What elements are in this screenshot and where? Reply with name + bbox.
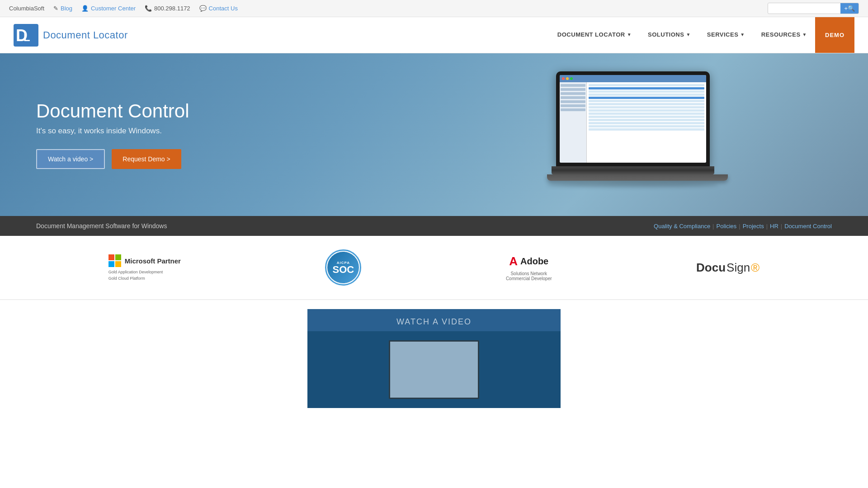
sidebar-item-6 [561,104,585,107]
ms-square-green [115,254,121,260]
logo-link[interactable]: D L Document Locator [14,24,128,47]
screen-row-12 [589,119,704,121]
demo-button[interactable]: DEMO [815,17,854,53]
search-box[interactable]: +🔍 [768,3,859,14]
screen-row-10 [589,113,704,115]
separator-2: | [739,223,740,230]
hero-subtitle: It's so easy, it works inside Windows. [36,127,434,136]
chevron-down-icon: ▼ [686,32,690,37]
watch-video-button[interactable]: Watch a video > [36,149,105,169]
header: D L Document Locator DOCUMENT LOCATOR ▼ … [0,17,868,53]
aicpa-ring: AICPA SOC [325,249,361,286]
contact-link[interactable]: 💬 Contact Us [199,5,238,12]
topbar-right: +🔍 [768,3,859,14]
request-demo-button[interactable]: Request Demo > [112,149,181,169]
docusign-logo: DocuSign® [696,261,760,275]
phone-icon: 📞 [145,5,152,12]
soc-text: SOC [333,265,354,275]
brand-text: ColumbiaSoft [9,5,44,12]
link-quality-compliance[interactable]: Quality & Compliance [654,223,710,230]
video-overlay [307,331,561,408]
laptop-base [552,166,714,174]
ms-square-yellow [115,261,121,267]
docu-suffix: ® [751,261,760,275]
blog-link[interactable]: ✎ Blog [53,5,72,12]
request-demo-label: Request Demo > [123,155,170,163]
screen-row-1 [589,84,704,86]
nav-label-solutions: SOLUTIONS [648,31,684,38]
screen-row-2 [589,87,704,89]
topbar-left: ColumbiaSoft ✎ Blog 👤 Customer Center 📞 … [9,5,238,12]
partners-section: Microsoft Partner Gold Application Devel… [0,236,868,300]
customer-center-link[interactable]: 👤 Customer Center [81,5,136,12]
screen-row-9 [589,109,704,112]
ms-square-red [108,254,114,260]
sidebar-item-1 [561,84,585,87]
chat-icon: 💬 [199,5,207,12]
screen-content [560,82,706,163]
screen-row-6 [589,100,704,102]
link-document-control[interactable]: Document Control [784,223,832,230]
screen-row-8 [589,106,704,108]
laptop-screen-outer [556,71,710,166]
ms-logo-row: Microsoft Partner [108,254,181,267]
watch-video-label: Watch a video > [48,155,93,163]
docu-part1: Docu [696,261,726,275]
nav-item-resources[interactable]: RESOURCES ▼ [753,17,815,53]
bottom-bar-tagline: Document Management Software for Windows [36,222,167,230]
sidebar-item-3 [561,92,585,95]
laptop-bottom [547,174,728,181]
blog-label[interactable]: Blog [61,5,72,12]
hero-title: Document Control [36,100,434,122]
separator-4: | [781,223,782,230]
adobe-logo: A Adobe Solutions Network Commercial Dev… [506,254,552,281]
hero-content: Document Control It's so easy, it works … [36,100,434,169]
screen-row-7 [589,103,704,105]
tagline-text: Document Management Software for Windows [36,222,167,230]
video-title: WATCH A VIDEO [307,309,561,331]
screen-row-14 [589,125,704,127]
screen-row-5 [589,97,704,99]
screen-row-3 [589,90,704,93]
link-projects[interactable]: Projects [743,223,764,230]
link-policies[interactable]: Policies [717,223,737,230]
sidebar-item-2 [561,88,585,91]
chevron-down-icon: ▼ [740,32,745,37]
bottom-bar-links: Quality & Compliance | Policies | Projec… [654,223,832,230]
bottom-bar: Document Management Software for Windows… [0,216,868,236]
adobe-icon: A [509,254,518,268]
link-hr[interactable]: HR [770,223,778,230]
ms-sub2: Gold Cloud Platform [108,276,145,281]
sidebar-item-4 [561,96,585,99]
nav-item-solutions[interactable]: SOLUTIONS ▼ [640,17,699,53]
search-button[interactable]: +🔍 [840,3,859,14]
microsoft-partner-logo: Microsoft Partner Gold Application Devel… [108,254,181,281]
topbar: ColumbiaSoft ✎ Blog 👤 Customer Center 📞 … [0,0,868,17]
ms-sub1: Gold Application Development [108,270,163,274]
laptop-illustration [547,71,719,198]
nav-label-services: SERVICES [707,31,739,38]
nav-item-services[interactable]: SERVICES ▼ [699,17,753,53]
ms-squares-icon [108,254,121,267]
video-container[interactable]: WATCH A VIDEO [307,309,561,408]
svg-text:L: L [24,31,30,43]
demo-label: DEMO [825,32,844,38]
laptop-screen [560,75,706,163]
contact-label[interactable]: Contact Us [209,5,238,12]
video-preview[interactable] [307,331,561,408]
adobe-row: A Adobe [509,254,548,268]
ms-square-blue [108,261,114,267]
screen-row-4 [589,94,704,96]
screen-sidebar [560,82,587,163]
brand-link[interactable]: ColumbiaSoft [9,5,44,12]
nav-item-document-locator[interactable]: DOCUMENT LOCATOR ▼ [549,17,640,53]
screen-row-13 [589,122,704,124]
docusign-wordmark: DocuSign® [696,261,760,275]
adobe-sub: Solutions Network Commercial Developer [506,271,552,281]
customer-center-label[interactable]: Customer Center [91,5,136,12]
screen-row-11 [589,116,704,118]
laptop-shadow [547,183,719,187]
search-input[interactable] [768,4,840,13]
person-icon: 👤 [81,5,89,12]
hero-section: Document Control It's so easy, it works … [0,53,868,216]
